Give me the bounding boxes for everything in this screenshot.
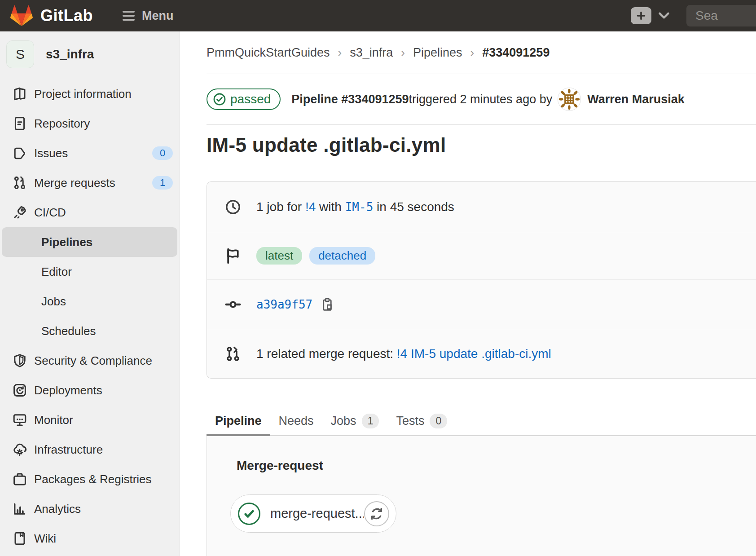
job-summary-row: 1 job for !4 with IM-5 in 45 seconds (207, 182, 756, 232)
job-count-text: 1 job for (256, 200, 305, 214)
latest-tag: latest (256, 247, 302, 265)
sidebar-item-label: Jobs (41, 295, 66, 309)
shield-icon (13, 353, 27, 368)
retry-job-button[interactable] (364, 501, 389, 526)
cloud-gear-icon (13, 442, 27, 457)
issues-icon (13, 146, 27, 160)
sidebar-item-jobs[interactable]: Jobs (2, 287, 177, 316)
retry-icon (369, 507, 384, 521)
sidebar-item-label: Wiki (34, 532, 56, 546)
tab-tests[interactable]: Tests0 (387, 406, 456, 435)
clock-icon (225, 199, 241, 215)
count-badge: 1 (152, 176, 173, 190)
tab-label: Needs (279, 414, 314, 428)
sidebar-item-editor[interactable]: Editor (2, 257, 177, 287)
new-item-button[interactable] (631, 7, 651, 24)
sidebar-item-schedules[interactable]: Schedules (2, 316, 177, 346)
copy-commit-button[interactable] (321, 298, 334, 311)
check-circle-icon (213, 93, 226, 106)
sidebar-item-infrastructure[interactable]: Infrastructure (2, 435, 177, 464)
gitlab-logo[interactable]: GitLab (10, 4, 93, 27)
search-input[interactable]: Sea (686, 5, 756, 26)
commit-sha-link[interactable]: a39a9f57 (256, 298, 312, 311)
status-badge: passed (207, 88, 281, 110)
breadcrumb-separator: › (338, 46, 342, 60)
pipeline-info-box: 1 job for !4 with IM-5 in 45 seconds lat… (207, 181, 756, 379)
rocket-icon (13, 205, 27, 220)
commit-row: a39a9f57 (207, 280, 756, 329)
author-avatar[interactable] (558, 88, 581, 111)
sidebar-item-label: Merge requests (34, 176, 115, 190)
sidebar-item-pipelines[interactable]: Pipelines (2, 227, 177, 257)
top-navbar: GitLab Menu Sea (0, 0, 756, 31)
related-mr-row: 1 related merge request: !4 IM-5 update … (207, 329, 756, 378)
breadcrumb-link-pipelines[interactable]: Pipelines (413, 46, 462, 60)
tab-pipeline[interactable]: Pipeline (207, 406, 270, 435)
sidebar-item-label: Monitor (34, 413, 73, 427)
gitlab-logo-text: GitLab (40, 6, 93, 25)
sidebar-item-security-compliance[interactable]: Security & Compliance (2, 346, 177, 375)
pipeline-tags-row: latest detached (207, 232, 756, 280)
project-name: s3_infra (46, 47, 94, 62)
pipeline-trigger-text: Pipeline #334091259 triggered 2 minutes … (291, 88, 685, 111)
related-mr-link[interactable]: !4 IM-5 update .gitlab-ci.yml (397, 347, 551, 361)
sidebar-item-label: Project information (34, 87, 132, 101)
tab-count-badge: 1 (362, 414, 379, 428)
branch-ref-link[interactable]: IM-5 (345, 200, 374, 214)
new-item-dropdown-caret[interactable] (659, 12, 669, 19)
monitor-icon (13, 413, 27, 427)
sidebar-item-wiki[interactable]: Wiki (2, 524, 177, 553)
sidebar-item-label: Editor (41, 265, 72, 279)
plus-icon (636, 11, 646, 21)
job-pill[interactable]: merge-request... (230, 494, 396, 533)
breadcrumb-link-s3-infra[interactable]: s3_infra (350, 46, 393, 60)
hamburger-icon (123, 11, 135, 21)
sidebar-item-issues[interactable]: Issues0 (2, 138, 177, 168)
project-icon (13, 87, 27, 101)
gitlab-tanuki-icon (10, 4, 33, 27)
breadcrumb-current: #334091259 (482, 46, 549, 60)
sidebar-item-deployments[interactable]: Deployments (2, 375, 177, 405)
clipboard-icon (321, 298, 334, 311)
flag-icon (225, 248, 241, 264)
sidebar-item-label: Analytics (34, 502, 81, 516)
sidebar-item-label: Repository (34, 117, 90, 131)
related-mr-label: 1 related merge request: (256, 347, 397, 361)
sidebar-item-repository[interactable]: Repository (2, 109, 177, 138)
sidebar-item-monitor[interactable]: Monitor (2, 405, 177, 435)
chevron-down-icon (659, 12, 669, 19)
pipeline-tabs: PipelineNeedsJobs1Tests0 (207, 406, 756, 436)
sidebar-item-merge-requests[interactable]: Merge requests1 (2, 168, 177, 198)
mr-number-link[interactable]: !4 (305, 200, 316, 214)
merge-request-icon (225, 346, 241, 362)
sidebar-nav: Project informationRepositoryIssues0Merg… (0, 79, 179, 553)
sidebar-item-label: Packages & Registries (34, 472, 152, 486)
project-sidebar: S s3_infra Project informationRepository… (0, 31, 180, 556)
tab-needs[interactable]: Needs (270, 406, 322, 435)
sidebar-item-packages-registries[interactable]: Packages & Registries (2, 464, 177, 494)
project-avatar: S (6, 40, 34, 68)
tab-jobs[interactable]: Jobs1 (322, 406, 388, 435)
tab-label: Pipeline (215, 414, 262, 428)
package-icon (13, 472, 27, 486)
breadcrumb: PmmQuickStartGuides›s3_infra›Pipelines›#… (207, 31, 756, 74)
author-name[interactable]: Warren Marusiak (587, 93, 685, 106)
job-name: merge-request... (270, 506, 364, 521)
status-badge-label: passed (230, 92, 271, 106)
sidebar-item-analytics[interactable]: Analytics (2, 494, 177, 524)
main-content: PmmQuickStartGuides›s3_infra›Pipelines›#… (180, 31, 756, 556)
pipeline-status-row: passed Pipeline #334091259 triggered 2 m… (207, 74, 756, 125)
tab-count-badge: 0 (430, 414, 447, 428)
sidebar-item-ci-cd[interactable]: CI/CD (2, 198, 177, 227)
count-badge: 0 (152, 146, 173, 160)
menu-label: Menu (142, 9, 174, 23)
sidebar-project-header[interactable]: S s3_infra (0, 31, 179, 74)
sidebar-item-project-information[interactable]: Project information (2, 79, 177, 109)
pipeline-graph: Merge-request merge-request... (207, 436, 756, 556)
deployments-icon (13, 383, 27, 397)
menu-button[interactable]: Menu (123, 9, 174, 23)
identicon (558, 88, 580, 110)
bar-chart-icon (13, 502, 27, 516)
search-text: Sea (695, 9, 718, 23)
breadcrumb-link-pmmquickstartguides[interactable]: PmmQuickStartGuides (207, 46, 330, 60)
